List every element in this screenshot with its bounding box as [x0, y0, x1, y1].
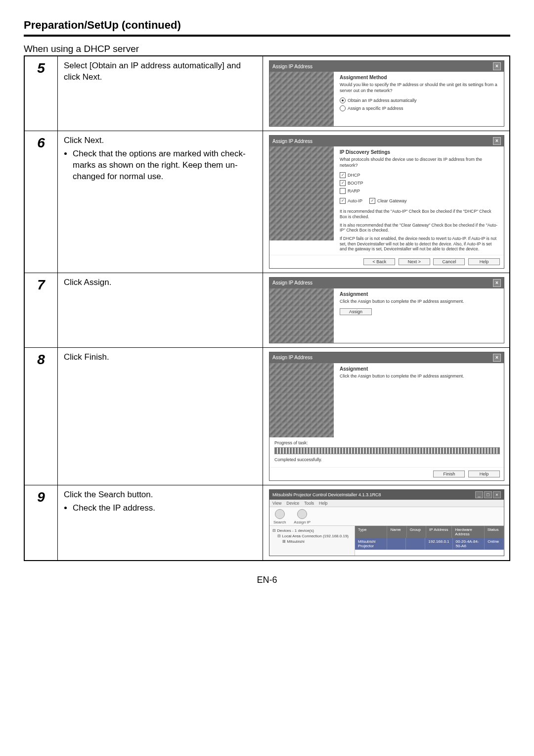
tree-brand: Mitsubishi — [287, 539, 305, 544]
dialog-title-text: Assign IP Address — [272, 64, 312, 69]
tree-connection: Local Area Connection (192.168.0.19) — [282, 534, 349, 538]
checkbox-clear-gateway[interactable]: Clear Gateway — [369, 198, 407, 204]
checkbox-label: DHCP — [348, 173, 360, 178]
step-text: Click Next. — [64, 136, 104, 145]
help-button[interactable]: Help — [468, 471, 500, 477]
dialog-side-image — [269, 72, 334, 126]
progress-bar — [274, 447, 500, 454]
assign-button[interactable]: Assign — [340, 308, 372, 315]
step-description: Click Assign. — [58, 273, 263, 347]
dialog-heading: Assignment — [340, 366, 499, 372]
dialog-heading: Assignment — [340, 291, 499, 297]
dialog-side-image — [269, 146, 334, 240]
step-row: 8 Click Finish. Assign IP Address × Assi… — [24, 347, 510, 485]
back-button[interactable]: < Back — [363, 258, 395, 265]
menu-item[interactable]: Tools — [304, 501, 314, 506]
globe-icon — [297, 509, 307, 519]
device-installer-window: Mitsubishi Projector Control DeviceInsta… — [269, 489, 504, 556]
step-row: 6 Click Next. Check that the options are… — [24, 131, 510, 273]
radio-label: Obtain an IP address automatically — [348, 98, 416, 103]
minimize-icon[interactable]: _ — [475, 491, 483, 498]
checkbox-dhcp[interactable]: DHCP — [340, 172, 499, 178]
cell-status: Online — [485, 538, 504, 550]
toolbar-assign-ip[interactable]: Assign IP — [294, 509, 311, 524]
checkbox-bootp[interactable]: BOOTP — [340, 180, 499, 186]
title-rule — [24, 35, 510, 37]
dialog-side-image — [269, 288, 334, 343]
step-number: 7 — [24, 273, 58, 347]
cell-name — [387, 538, 406, 550]
dialog-heading: IP Discovery Settings — [340, 149, 499, 155]
window-titlebar: Mitsubishi Projector Control DeviceInsta… — [269, 490, 504, 500]
dialog-side-image — [269, 363, 334, 437]
assign-ip-dialog: Assign IP Address × Assignment Method Wo… — [269, 60, 504, 127]
grid-row[interactable]: Mitsubishi Projector 192.168.0.1 00-20-4… — [355, 538, 504, 550]
menu-item[interactable]: View — [272, 501, 281, 506]
progress-label: Progress of task: — [274, 440, 499, 445]
window-title-text: Mitsubishi Projector Control DeviceInsta… — [272, 492, 381, 497]
checkbox-icon — [340, 172, 346, 178]
tree-root: Devices - 1 device(s) — [277, 528, 314, 533]
steps-table: 5 Select [Obtain an IP address automatic… — [24, 55, 510, 561]
subheading: When using a DHCP server — [24, 44, 510, 54]
dialog-title-text: Assign IP Address — [272, 280, 312, 285]
step-screenshot: Assign IP Address × Assignment Click the… — [263, 347, 510, 485]
step-number: 8 — [24, 347, 58, 485]
close-icon[interactable]: × — [493, 62, 501, 70]
step-screenshot: Assign IP Address × Assignment Click the… — [263, 273, 510, 347]
checkbox-label: RARP — [348, 189, 360, 193]
toolbar-label: Assign IP — [294, 520, 311, 524]
checkbox-icon — [340, 188, 346, 194]
dialog-text: What protocols should the device use to … — [340, 157, 499, 168]
progress-status: Completed successfully. — [274, 457, 499, 462]
toolbar-search[interactable]: Search — [273, 509, 286, 524]
dialog-footer: Finish Help — [269, 467, 504, 480]
checkbox-icon — [340, 180, 346, 186]
device-grid: Type Name Group IP Address Hardware Addr… — [355, 526, 504, 556]
grid-header: Type Name Group IP Address Hardware Addr… — [355, 526, 504, 538]
step-number: 5 — [24, 56, 58, 131]
next-button[interactable]: Next > — [399, 258, 430, 265]
step-description: Click the Search button. Check the IP ad… — [58, 485, 263, 561]
step-screenshot: Assign IP Address × Assignment Method Wo… — [263, 56, 510, 131]
step-screenshot: Assign IP Address × IP Discovery Setting… — [263, 131, 510, 273]
menu-item[interactable]: Help — [319, 501, 327, 506]
step-number: 6 — [24, 131, 58, 273]
dialog-text: Would you like to specify the IP address… — [340, 82, 499, 94]
radio-assign-specific[interactable]: Assign a specific IP address — [340, 105, 499, 111]
cancel-button[interactable]: Cancel — [433, 258, 465, 265]
dialog-note: It is recommended that the "Auto-IP" Che… — [340, 209, 499, 219]
radio-obtain-auto[interactable]: Obtain an IP address automatically — [340, 97, 499, 103]
col-ip: IP Address — [426, 526, 452, 538]
radio-icon — [340, 97, 346, 103]
checkbox-rarp[interactable]: RARP — [340, 188, 499, 194]
step-description: Select [Obtain an IP address automatical… — [58, 56, 263, 131]
device-tree[interactable]: ⊟ Devices - 1 device(s) ⊟ Local Area Con… — [269, 526, 355, 556]
checkbox-label: Auto-IP — [348, 198, 362, 203]
maximize-icon[interactable]: □ — [484, 491, 492, 498]
search-icon — [275, 509, 285, 519]
checkbox-label: Clear Gateway — [377, 198, 407, 203]
help-button[interactable]: Help — [468, 258, 500, 265]
finish-button[interactable]: Finish — [433, 471, 465, 477]
step-bullet: Check that the options are marked with c… — [73, 148, 257, 183]
step-bullet: Check the IP address. — [73, 503, 257, 514]
close-icon[interactable]: × — [493, 279, 501, 287]
checkbox-autoip[interactable]: Auto-IP — [340, 198, 362, 204]
dialog-note: It is also recommended that the "Clear G… — [340, 223, 499, 233]
checkbox-label: BOOTP — [348, 181, 363, 186]
dialog-titlebar: Assign IP Address × — [269, 136, 504, 146]
step-screenshot: Mitsubishi Projector Control DeviceInsta… — [263, 485, 510, 561]
step-description: Click Next. Check that the options are m… — [58, 131, 263, 273]
close-icon[interactable]: × — [493, 491, 501, 498]
dialog-footer: < Back Next > Cancel Help — [269, 255, 504, 268]
page-number: EN-6 — [24, 575, 510, 585]
dialog-title-text: Assign IP Address — [272, 139, 312, 144]
dialog-text: Click the Assign button to complete the … — [340, 299, 499, 305]
radio-icon — [340, 105, 346, 111]
close-icon[interactable]: × — [493, 354, 501, 362]
menu-item[interactable]: Device — [286, 501, 299, 506]
close-icon[interactable]: × — [493, 137, 501, 145]
step-number: 9 — [24, 485, 58, 561]
assign-ip-dialog: Assign IP Address × Assignment Click the… — [269, 277, 504, 343]
